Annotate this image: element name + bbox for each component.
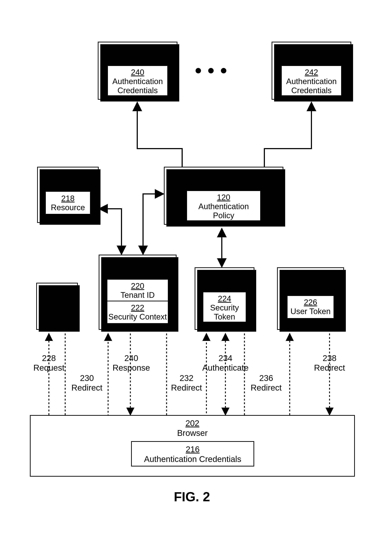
figure-label: FIG. 2 — [174, 489, 210, 504]
box-auth-policy-120: 120 Authentication Policy — [186, 190, 261, 221]
ref-214: 214 — [38, 170, 98, 180]
box-user-token-226: 226 User Token — [287, 295, 334, 319]
box-auth-service-104: 104 Authentication Service 120 Authentic… — [164, 167, 283, 225]
box-identity-provider-102: 102 Identity Provider 224 Security Token — [195, 267, 254, 330]
ellipsis-icon — [196, 68, 226, 73]
box-security-token-224: 224 Security Token — [203, 292, 247, 322]
box-security-context-222: 222 Security Context — [107, 301, 168, 324]
label-auth-service: Authentication Service — [182, 180, 265, 189]
label-resource-218: Resource — [51, 203, 85, 212]
box-portal-container-206: 206 Portal Container 220 Tenant ID 222 S… — [99, 255, 177, 330]
label-auth-policy: Authentication Policy — [198, 202, 249, 220]
ref-212: 212 — [272, 45, 350, 55]
label-security-context: Security Context — [108, 312, 167, 321]
box-repository-214: 214 Repository 218 Resource — [37, 167, 99, 223]
label-token: Token — [203, 312, 246, 321]
label-service-provider: Service Provider — [280, 280, 341, 290]
label-repository-214: Repository — [48, 180, 88, 189]
box-repository-212: 212 Repository 242 Authentication Creden… — [272, 42, 351, 100]
ref-202: 202 — [31, 418, 354, 428]
flow-redirect-232: 232 Redirect — [168, 373, 205, 393]
box-tenant-id-220: 220 Tenant ID — [107, 279, 168, 301]
ref-224: 224 — [203, 294, 246, 303]
box-credentials-240: 240 Authentication Credentials — [107, 65, 168, 96]
label-user-token: User Token — [290, 307, 331, 316]
ref-242: 242 — [282, 68, 341, 77]
label-repository-212: Repository — [292, 55, 331, 64]
box-resource-218: 218 Resource — [45, 191, 91, 215]
label-security: Security — [203, 303, 246, 312]
flow-authenticate-234: 234 Authenticate — [199, 353, 252, 373]
label-tenant-id: Tenant ID — [121, 290, 155, 299]
label-credentials-242: Authentication Credentials — [286, 77, 337, 95]
box-credentials-242: 242 Authentication Credentials — [281, 65, 342, 96]
ref-120: 120 — [187, 193, 260, 202]
ref-102: 102 — [195, 270, 254, 280]
box-repository-210: 210 Repository 240 Authentication Creden… — [98, 42, 177, 100]
ref-210: 210 — [98, 45, 177, 55]
flow-redirect-236: 236 Redirect — [248, 373, 284, 393]
flow-request-228: 228 Request — [31, 353, 67, 373]
label-proxy-2: Server — [37, 311, 77, 321]
box-credentials-216: 216 Authentication Credentials — [131, 441, 254, 467]
flow-redirect-238: 238 Redirect — [311, 353, 348, 373]
diagram-stage: 210 Repository 240 Authentication Creden… — [0, 0, 392, 535]
label-repository-210: Repository — [118, 55, 158, 64]
ref-104: 104 — [165, 170, 283, 180]
ref-208: 208 — [278, 270, 343, 280]
label-proxy-1: Proxy — [37, 301, 77, 311]
label-browser: Browser — [177, 428, 208, 438]
ref-222: 222 — [107, 303, 168, 312]
ref-220: 220 — [107, 281, 168, 290]
ref-240: 240 — [108, 68, 167, 77]
box-proxy-server-204: 204 Proxy Server — [36, 283, 78, 330]
label-credentials-216: Authentication Credentials — [144, 454, 241, 464]
ref-204: 204 — [37, 291, 77, 301]
ref-216: 216 — [132, 444, 253, 454]
flow-response-240: 240 Response — [110, 353, 153, 373]
ref-206: 206 — [99, 258, 176, 268]
label-portal-container: Portal Container — [107, 268, 168, 277]
ref-218: 218 — [46, 194, 90, 203]
label-credentials-240: Authentication Credentials — [112, 77, 163, 95]
ref-226: 226 — [288, 298, 334, 307]
flow-redirect-230: 230 Redirect — [69, 373, 105, 393]
box-service-provider-208: 208 Service Provider 226 User Token — [277, 267, 344, 330]
box-browser-202: 202 Browser 216 Authentication Credentia… — [30, 415, 355, 477]
